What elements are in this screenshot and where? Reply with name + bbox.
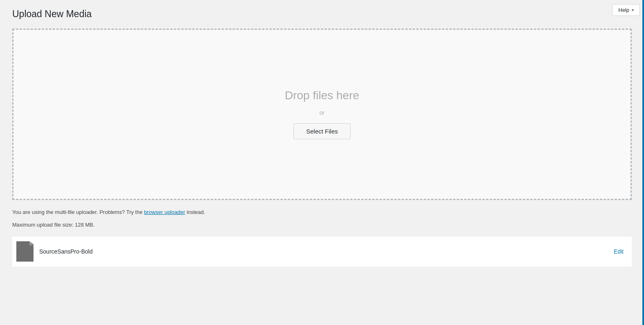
uploader-info-text: You are using the multi-file uploader. P… — [12, 208, 632, 217]
file-icon — [16, 241, 34, 262]
help-button-label: Help — [618, 7, 629, 13]
select-files-button[interactable]: Select Files — [293, 123, 351, 139]
help-button-container: Help ▾ — [612, 4, 640, 16]
file-item: SourceSansPro-Bold Edit — [12, 236, 632, 267]
drop-files-text: Drop files here — [285, 89, 359, 102]
page-container: Help ▾ Upload New Media Drop files here … — [0, 0, 644, 279]
or-text: or — [320, 109, 324, 116]
instead-text: instead. — [187, 209, 206, 215]
scrollbar-indicator[interactable] — [642, 0, 644, 325]
help-button[interactable]: Help ▾ — [612, 4, 640, 16]
file-name: SourceSansPro-Bold — [39, 248, 628, 255]
multi-uploader-text: You are using the multi-file uploader. P… — [12, 209, 143, 215]
drop-zone[interactable]: Drop files here or Select Files — [12, 29, 632, 200]
max-size-text: Maximum upload file size: 128 MB. — [12, 222, 632, 228]
browser-uploader-link[interactable]: browser uploader — [144, 209, 185, 215]
chevron-down-icon: ▾ — [632, 8, 634, 12]
edit-link[interactable]: Edit — [614, 248, 624, 255]
page-title: Upload New Media — [12, 8, 632, 20]
